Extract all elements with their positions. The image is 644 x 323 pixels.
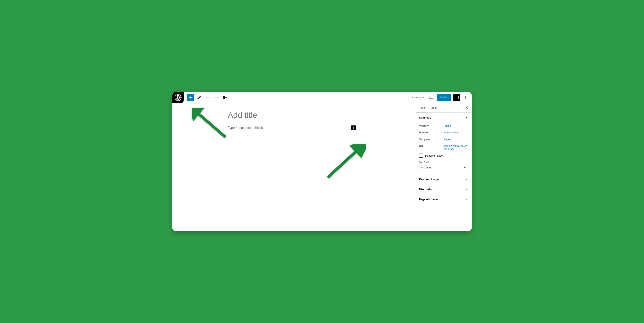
undo-icon: [205, 95, 210, 100]
svg-point-6: [466, 98, 466, 99]
featured-image-panel: Featured image: [416, 174, 472, 184]
editor-body: Type / to choose a block Page Block: [172, 103, 472, 231]
discussion-title: Discussion: [419, 188, 433, 191]
svg-rect-2: [455, 96, 458, 99]
publish-label: Publish: [419, 131, 444, 134]
toolbar-right: Save draft Publish: [410, 94, 469, 101]
visibility-row: Visibility Public: [419, 122, 468, 129]
url-value[interactable]: sample.redtail.dev/auto-draft/: [444, 144, 468, 151]
chevron-down-icon: [464, 197, 468, 201]
publish-button[interactable]: Publish: [437, 94, 451, 101]
publish-time-row: Publish Immediately: [419, 129, 468, 136]
svg-line-7: [195, 111, 224, 136]
kebab-icon: [464, 95, 468, 100]
summary-panel-header[interactable]: Summary: [416, 113, 472, 122]
summary-panel: Summary Visibility Public Publish Immedi…: [416, 113, 472, 174]
editor-canvas: Type / to choose a block: [172, 103, 416, 231]
url-label: URL: [419, 144, 444, 147]
inline-block-inserter[interactable]: [351, 125, 356, 130]
author-select[interactable]: testman: [419, 164, 468, 171]
annotation-arrow: [325, 144, 366, 181]
discussion-header[interactable]: Discussion: [416, 184, 472, 194]
page-attributes-panel: Page Attributes: [416, 194, 472, 204]
discussion-panel: Discussion: [416, 184, 472, 194]
editor-window: Save draft Publish Type / to choose a bl…: [172, 92, 472, 231]
template-label: Template: [419, 138, 444, 141]
wordpress-logo[interactable]: [172, 92, 184, 103]
redo-button[interactable]: [213, 94, 220, 101]
plus-icon: [188, 95, 193, 100]
tools-button[interactable]: [196, 94, 203, 101]
sidebar-tabs: Page Block: [416, 103, 472, 113]
annotation-arrow: [192, 108, 228, 140]
featured-image-header[interactable]: Featured image: [416, 174, 472, 184]
document-overview-button[interactable]: [221, 94, 228, 101]
plus-icon: [352, 126, 356, 130]
chevron-down-icon: [464, 177, 468, 181]
wordpress-icon: [175, 94, 182, 101]
desktop-icon: [429, 95, 434, 100]
publish-value[interactable]: Immediately: [444, 131, 468, 134]
author-section-label: AUTHOR: [419, 160, 468, 163]
featured-image-title: Featured image: [419, 178, 439, 181]
template-value[interactable]: Pages: [444, 138, 468, 141]
save-draft-button[interactable]: Save draft: [410, 95, 426, 100]
block-inserter-button[interactable]: [187, 94, 194, 101]
url-row: URL sample.redtail.dev/auto-draft/: [419, 143, 468, 152]
list-icon: [222, 95, 227, 100]
panel-icon: [454, 95, 459, 100]
close-icon: [465, 106, 469, 110]
svg-point-5: [466, 97, 466, 98]
svg-rect-1: [429, 96, 433, 99]
options-menu-button[interactable]: [462, 94, 469, 101]
chevron-up-icon: [464, 116, 468, 120]
settings-sidebar-toggle[interactable]: [453, 94, 460, 101]
svg-point-4: [466, 96, 466, 97]
visibility-label: Visibility: [419, 124, 444, 127]
chevron-down-icon: [464, 187, 468, 191]
block-row: Type / to choose a block: [228, 125, 356, 130]
pending-review-checkbox[interactable]: [419, 154, 423, 158]
page-attributes-header[interactable]: Page Attributes: [416, 194, 472, 204]
toolbar-left: [187, 94, 228, 101]
settings-sidebar: Page Block Summary Visibility Public: [416, 103, 472, 231]
tab-block[interactable]: Block: [428, 103, 440, 112]
page-attributes-title: Page Attributes: [419, 198, 439, 201]
redo-icon: [214, 95, 219, 100]
page-title-input[interactable]: [228, 111, 408, 120]
summary-panel-body: Visibility Public Publish Immediately Te…: [416, 122, 472, 174]
template-row: Template Pages: [419, 136, 468, 143]
svg-line-9: [329, 148, 360, 177]
undo-button[interactable]: [204, 94, 212, 101]
edit-icon: [197, 95, 202, 100]
pending-review-label: Pending review: [425, 154, 443, 157]
preview-button[interactable]: [428, 94, 435, 101]
block-placeholder-text[interactable]: Type / to choose a block: [228, 126, 263, 130]
close-sidebar-button[interactable]: [464, 104, 470, 111]
top-toolbar: Save draft Publish: [172, 92, 472, 103]
summary-title: Summary: [419, 116, 431, 119]
tab-page[interactable]: Page: [416, 103, 428, 112]
visibility-value[interactable]: Public: [444, 124, 468, 127]
pending-review-row: Pending review: [419, 152, 468, 160]
